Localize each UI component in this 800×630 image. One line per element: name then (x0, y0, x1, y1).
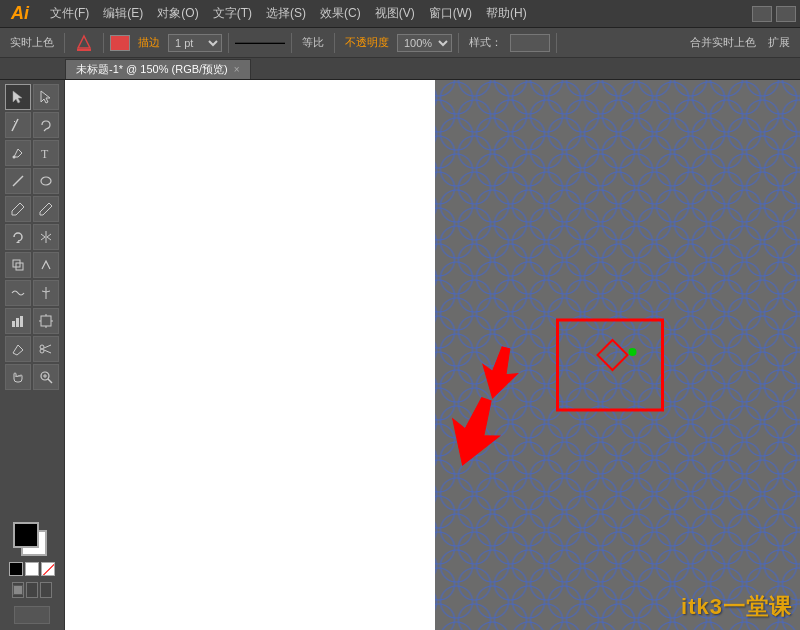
menu-bar: 文件(F) 编辑(E) 对象(O) 文字(T) 选择(S) 效果(C) 视图(V… (44, 3, 533, 24)
select-tool[interactable] (5, 84, 31, 110)
tool-row-7 (5, 252, 59, 278)
pen-tool[interactable] (5, 140, 31, 166)
warp-tool[interactable] (5, 280, 31, 306)
toolbar-divider-5 (334, 33, 335, 53)
svg-rect-13 (16, 318, 19, 327)
menu-file[interactable]: 文件(F) (44, 3, 95, 24)
tool-row-4 (5, 168, 59, 194)
secondary-toolbar (12, 604, 52, 626)
foreground-color-box[interactable] (13, 522, 39, 548)
tool-row-1 (5, 84, 59, 110)
tool-row-8 (5, 280, 59, 306)
tab-close-btn[interactable]: × (234, 64, 240, 75)
svg-marker-0 (78, 36, 90, 48)
tool-row-9 (5, 308, 59, 334)
toolbar-divider-6 (458, 33, 459, 53)
line-style-sample (235, 42, 285, 44)
svg-line-6 (13, 176, 23, 186)
rotate-tool[interactable] (5, 224, 31, 250)
canvas-area: ► itk3一堂课 (65, 80, 800, 630)
style-selector[interactable] (510, 34, 550, 52)
line-tool[interactable] (5, 168, 31, 194)
white-swatch[interactable] (25, 562, 39, 576)
tool-row-3: T (5, 140, 59, 166)
width-tool[interactable] (33, 280, 59, 306)
svg-line-25 (48, 379, 52, 383)
pattern-svg: ► (435, 80, 800, 630)
menu-view[interactable]: 视图(V) (369, 3, 421, 24)
menu-type[interactable]: 文字(T) (207, 3, 258, 24)
svg-line-2 (12, 119, 18, 131)
stroke-color-box[interactable] (110, 35, 130, 51)
stroke-width-select[interactable]: 1 pt 2 pt 0.5 pt (168, 34, 222, 52)
direct-select-tool[interactable] (33, 84, 59, 110)
color-mode-btn1[interactable] (12, 582, 24, 598)
svg-rect-34 (435, 80, 800, 630)
svg-point-37 (629, 348, 637, 356)
menu-edit[interactable]: 编辑(E) (97, 3, 149, 24)
arrange-windows[interactable] (776, 6, 796, 22)
brush-tool[interactable] (5, 196, 31, 222)
artboard-tool[interactable] (33, 308, 59, 334)
tool-row-2 (5, 112, 59, 138)
document-page (65, 80, 435, 630)
svg-line-22 (44, 345, 51, 348)
svg-point-7 (41, 177, 51, 185)
black-swatch[interactable] (9, 562, 23, 576)
shear-tool[interactable] (33, 252, 59, 278)
main-toolbar: 实时上色 描边 1 pt 2 pt 0.5 pt 等比 不透明度 100% 75… (0, 28, 800, 58)
color-boxes (13, 522, 51, 560)
svg-line-23 (44, 350, 51, 353)
lasso-tool[interactable] (33, 112, 59, 138)
magic-wand-tool[interactable] (5, 112, 31, 138)
title-bar: Ai 文件(F) 编辑(E) 对象(O) 文字(T) 选择(S) 效果(C) 视… (0, 0, 800, 28)
scale-tool[interactable] (5, 252, 31, 278)
color-mode-btn2[interactable] (26, 582, 38, 598)
workspace-switcher[interactable] (752, 6, 772, 22)
left-toolbar: T (0, 80, 65, 630)
svg-rect-15 (41, 316, 51, 326)
eraser-tool[interactable] (5, 336, 31, 362)
style-label: 样式： (465, 33, 506, 52)
zoom-tool[interactable] (33, 364, 59, 390)
svg-point-21 (40, 349, 44, 353)
tool-row-5 (5, 196, 59, 222)
svg-point-20 (40, 345, 44, 349)
ellipse-tool[interactable] (33, 168, 59, 194)
stroke-label: 描边 (134, 33, 164, 52)
svg-line-3 (14, 121, 15, 122)
tool-row-10 (5, 336, 59, 362)
menu-window[interactable]: 窗口(W) (423, 3, 478, 24)
menu-select[interactable]: 选择(S) (260, 3, 312, 24)
menu-effect[interactable]: 效果(C) (314, 3, 367, 24)
opacity-select[interactable]: 100% 75% 50% (397, 34, 452, 52)
tab-bar: 未标题-1* @ 150% (RGB/预览) × (0, 58, 800, 80)
ai-logo: Ai (4, 0, 36, 28)
expand-btn[interactable]: 扩展 (764, 33, 794, 52)
tab-title: 未标题-1* @ 150% (RGB/预览) (76, 62, 228, 77)
hand-tool[interactable] (5, 364, 31, 390)
extra-options[interactable] (14, 606, 50, 624)
toolbar-divider-4 (291, 33, 292, 53)
merge-live-paint-btn[interactable]: 合并实时上色 (686, 33, 760, 52)
none-swatch[interactable] (41, 562, 55, 576)
color-section (9, 522, 55, 630)
opacity-label: 不透明度 (341, 33, 393, 52)
reflect-tool[interactable] (33, 224, 59, 250)
scissors-tool[interactable] (33, 336, 59, 362)
color-mode-btn3[interactable] (40, 582, 52, 598)
document-tab[interactable]: 未标题-1* @ 150% (RGB/预览) × (65, 59, 251, 79)
tool-row-11 (5, 364, 59, 390)
fill-color-indicator[interactable] (71, 32, 97, 54)
menu-object[interactable]: 对象(O) (151, 3, 204, 24)
main-layout: T (0, 80, 800, 630)
svg-point-4 (13, 156, 16, 159)
svg-text:T: T (41, 147, 49, 161)
menu-help[interactable]: 帮助(H) (480, 3, 533, 24)
toolbar-divider-1 (64, 33, 65, 53)
toolbar-divider-3 (228, 33, 229, 53)
type-tool[interactable]: T (33, 140, 59, 166)
column-graph-tool[interactable] (5, 308, 31, 334)
pencil-tool[interactable] (33, 196, 59, 222)
ratio-label: 等比 (298, 33, 328, 52)
